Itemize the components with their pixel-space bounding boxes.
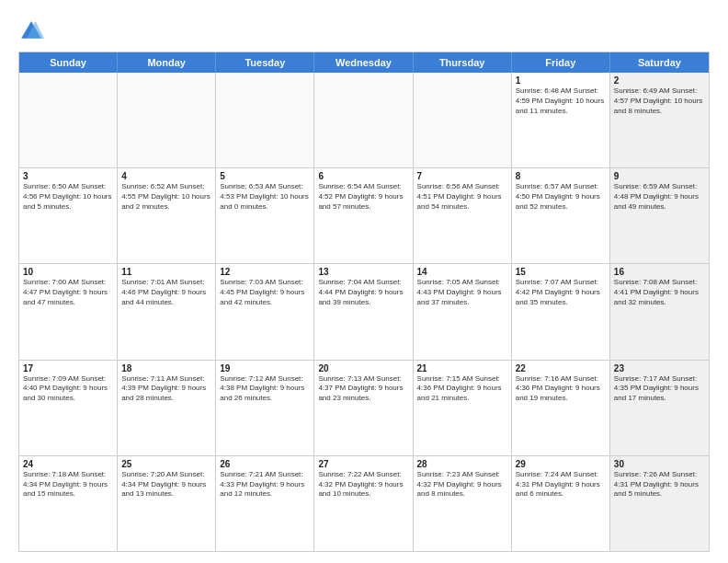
header-day-monday: Monday [118, 52, 216, 73]
day-info: Sunrise: 7:17 AM Sunset: 4:35 PM Dayligh… [614, 374, 705, 404]
calendar-cell: 12Sunrise: 7:03 AM Sunset: 4:45 PM Dayli… [216, 264, 314, 359]
day-info: Sunrise: 7:18 AM Sunset: 4:34 PM Dayligh… [23, 470, 113, 500]
calendar-cell: 26Sunrise: 7:21 AM Sunset: 4:33 PM Dayli… [216, 456, 314, 551]
day-info: Sunrise: 6:52 AM Sunset: 4:55 PM Dayligh… [121, 182, 211, 212]
calendar-cell: 19Sunrise: 7:12 AM Sunset: 4:38 PM Dayli… [216, 361, 314, 455]
day-number: 6 [318, 171, 408, 181]
calendar-header: SundayMondayTuesdayWednesdayThursdayFrid… [19, 52, 709, 73]
day-number: 22 [516, 363, 606, 373]
calendar-cell [118, 73, 216, 167]
calendar-cell: 18Sunrise: 7:11 AM Sunset: 4:39 PM Dayli… [118, 361, 216, 455]
header-day-friday: Friday [512, 52, 610, 73]
day-info: Sunrise: 7:01 AM Sunset: 4:46 PM Dayligh… [121, 278, 211, 307]
calendar-cell: 9Sunrise: 6:59 AM Sunset: 4:48 PM Daylig… [610, 168, 709, 263]
calendar-cell: 30Sunrise: 7:26 AM Sunset: 4:31 PM Dayli… [610, 456, 709, 551]
header-day-tuesday: Tuesday [216, 52, 314, 73]
calendar-cell [216, 73, 314, 167]
day-info: Sunrise: 7:15 AM Sunset: 4:36 PM Dayligh… [417, 374, 507, 404]
calendar-cell: 8Sunrise: 6:57 AM Sunset: 4:50 PM Daylig… [512, 168, 610, 263]
day-info: Sunrise: 7:22 AM Sunset: 4:32 PM Dayligh… [318, 470, 408, 500]
day-info: Sunrise: 7:12 AM Sunset: 4:38 PM Dayligh… [220, 374, 310, 404]
day-info: Sunrise: 6:48 AM Sunset: 4:59 PM Dayligh… [516, 86, 606, 116]
day-number: 23 [614, 363, 705, 373]
day-number: 3 [23, 171, 113, 181]
day-info: Sunrise: 6:54 AM Sunset: 4:52 PM Dayligh… [318, 182, 408, 212]
day-info: Sunrise: 7:08 AM Sunset: 4:41 PM Dayligh… [614, 278, 705, 307]
day-info: Sunrise: 7:07 AM Sunset: 4:42 PM Dayligh… [516, 278, 606, 307]
calendar-body: 1Sunrise: 6:48 AM Sunset: 4:59 PM Daylig… [19, 73, 709, 551]
day-number: 16 [614, 267, 705, 277]
calendar-cell: 5Sunrise: 6:53 AM Sunset: 4:53 PM Daylig… [216, 168, 314, 263]
day-info: Sunrise: 7:24 AM Sunset: 4:31 PM Dayligh… [516, 470, 606, 500]
day-number: 10 [23, 267, 113, 277]
calendar-cell: 24Sunrise: 7:18 AM Sunset: 4:34 PM Dayli… [19, 456, 118, 551]
day-info: Sunrise: 7:20 AM Sunset: 4:34 PM Dayligh… [121, 470, 211, 500]
calendar-row-1: 3Sunrise: 6:50 AM Sunset: 4:56 PM Daylig… [19, 168, 709, 264]
day-number: 14 [417, 267, 507, 277]
day-info: Sunrise: 7:05 AM Sunset: 4:43 PM Dayligh… [417, 278, 507, 307]
calendar-cell: 7Sunrise: 6:56 AM Sunset: 4:51 PM Daylig… [414, 168, 512, 263]
day-number: 1 [516, 75, 606, 86]
calendar-cell: 11Sunrise: 7:01 AM Sunset: 4:46 PM Dayli… [118, 264, 216, 359]
day-number: 8 [516, 171, 606, 181]
calendar-cell: 14Sunrise: 7:05 AM Sunset: 4:43 PM Dayli… [414, 264, 512, 359]
day-info: Sunrise: 6:49 AM Sunset: 4:57 PM Dayligh… [614, 86, 705, 116]
calendar-row-4: 24Sunrise: 7:18 AM Sunset: 4:34 PM Dayli… [19, 456, 709, 551]
day-info: Sunrise: 6:57 AM Sunset: 4:50 PM Dayligh… [516, 182, 606, 212]
calendar-cell: 17Sunrise: 7:09 AM Sunset: 4:40 PM Dayli… [19, 361, 118, 455]
calendar-cell [414, 73, 512, 167]
day-info: Sunrise: 7:04 AM Sunset: 4:44 PM Dayligh… [318, 278, 408, 307]
logo-icon [18, 18, 44, 44]
calendar-cell: 10Sunrise: 7:00 AM Sunset: 4:47 PM Dayli… [19, 264, 118, 359]
calendar-row-2: 10Sunrise: 7:00 AM Sunset: 4:47 PM Dayli… [19, 264, 709, 360]
day-info: Sunrise: 7:11 AM Sunset: 4:39 PM Dayligh… [121, 374, 211, 404]
header-day-sunday: Sunday [19, 52, 118, 73]
day-number: 7 [417, 171, 507, 181]
calendar-cell [19, 73, 118, 167]
day-info: Sunrise: 6:56 AM Sunset: 4:51 PM Dayligh… [417, 182, 507, 212]
calendar-cell: 27Sunrise: 7:22 AM Sunset: 4:32 PM Dayli… [314, 456, 413, 551]
calendar-row-0: 1Sunrise: 6:48 AM Sunset: 4:59 PM Daylig… [19, 73, 709, 168]
day-number: 28 [417, 459, 507, 469]
day-number: 21 [417, 363, 507, 373]
day-number: 13 [318, 267, 408, 277]
day-number: 17 [23, 363, 113, 373]
day-number: 12 [220, 267, 310, 277]
page: SundayMondayTuesdayWednesdayThursdayFrid… [0, 0, 728, 563]
day-number: 4 [121, 171, 211, 181]
day-info: Sunrise: 6:59 AM Sunset: 4:48 PM Dayligh… [614, 182, 705, 212]
calendar-cell: 2Sunrise: 6:49 AM Sunset: 4:57 PM Daylig… [610, 73, 709, 167]
day-number: 20 [318, 363, 408, 373]
day-number: 25 [121, 459, 211, 469]
calendar-cell: 15Sunrise: 7:07 AM Sunset: 4:42 PM Dayli… [512, 264, 610, 359]
day-info: Sunrise: 7:23 AM Sunset: 4:32 PM Dayligh… [417, 470, 507, 500]
calendar-cell: 4Sunrise: 6:52 AM Sunset: 4:55 PM Daylig… [118, 168, 216, 263]
calendar-row-3: 17Sunrise: 7:09 AM Sunset: 4:40 PM Dayli… [19, 361, 709, 456]
calendar-cell: 25Sunrise: 7:20 AM Sunset: 4:34 PM Dayli… [118, 456, 216, 551]
day-info: Sunrise: 7:13 AM Sunset: 4:37 PM Dayligh… [318, 374, 408, 404]
calendar-cell: 28Sunrise: 7:23 AM Sunset: 4:32 PM Dayli… [414, 456, 512, 551]
day-info: Sunrise: 7:00 AM Sunset: 4:47 PM Dayligh… [23, 278, 113, 307]
day-info: Sunrise: 6:53 AM Sunset: 4:53 PM Dayligh… [220, 182, 310, 212]
calendar-cell: 29Sunrise: 7:24 AM Sunset: 4:31 PM Dayli… [512, 456, 610, 551]
day-number: 9 [614, 171, 705, 181]
calendar-cell: 23Sunrise: 7:17 AM Sunset: 4:35 PM Dayli… [610, 361, 709, 455]
calendar-cell: 13Sunrise: 7:04 AM Sunset: 4:44 PM Dayli… [314, 264, 413, 359]
calendar: SundayMondayTuesdayWednesdayThursdayFrid… [18, 52, 710, 552]
day-number: 5 [220, 171, 310, 181]
day-number: 11 [121, 267, 211, 277]
calendar-cell: 16Sunrise: 7:08 AM Sunset: 4:41 PM Dayli… [610, 264, 709, 359]
header-day-wednesday: Wednesday [314, 52, 413, 73]
day-number: 27 [318, 459, 408, 469]
day-number: 15 [516, 267, 606, 277]
day-number: 24 [23, 459, 113, 469]
day-number: 2 [614, 75, 705, 86]
day-info: Sunrise: 7:03 AM Sunset: 4:45 PM Dayligh… [220, 278, 310, 307]
day-info: Sunrise: 6:50 AM Sunset: 4:56 PM Dayligh… [23, 182, 113, 212]
calendar-cell: 3Sunrise: 6:50 AM Sunset: 4:56 PM Daylig… [19, 168, 118, 263]
header-day-saturday: Saturday [610, 52, 709, 73]
day-info: Sunrise: 7:16 AM Sunset: 4:36 PM Dayligh… [516, 374, 606, 404]
calendar-cell [314, 73, 413, 167]
day-number: 26 [220, 459, 310, 469]
calendar-cell: 22Sunrise: 7:16 AM Sunset: 4:36 PM Dayli… [512, 361, 610, 455]
